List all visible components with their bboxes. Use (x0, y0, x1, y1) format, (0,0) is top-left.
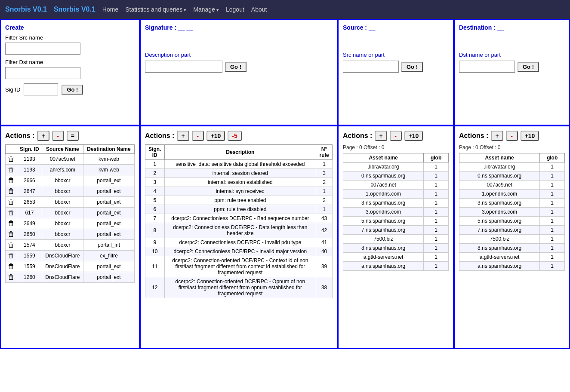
delete-icon[interactable]: 🗑 (6, 229, 17, 240)
destination-bottom-panel: Actions : + - +10 Page : 0 Offset : 0 As… (454, 126, 570, 349)
delete-icon[interactable]: 🗑 (6, 165, 17, 175)
table-row: 12 dcerpc2: Connection-oriented DCE/RPC … (145, 277, 333, 298)
table-row: 🗑 2666 bboxcr portail_ext (6, 175, 135, 186)
delete-icon[interactable]: 🗑 (6, 154, 17, 165)
nav-manage-dropdown[interactable]: Manage (193, 6, 219, 13)
list-item: 8.ns.spamhaus.org 1 (343, 244, 449, 253)
asset-name-cell: 5.ns.spamhaus.org (343, 217, 424, 226)
delete-icon[interactable]: 🗑 (6, 261, 17, 272)
sig-row-rule: 41 (316, 238, 333, 247)
delete-icon[interactable]: 🗑 (6, 240, 17, 251)
list-item: 1.opendns.com 1 (343, 190, 449, 199)
delete-icon[interactable]: 🗑 (6, 251, 17, 261)
dst-asset-name-cell: a.ns.spamhaus.org (459, 262, 540, 271)
src-add-btn[interactable]: + (375, 131, 387, 141)
table-row: 11 dcerpc2: Connection-oriented DCE/RPC … (145, 256, 333, 277)
sig-th-id: Sign. ID (145, 145, 165, 160)
sig-row-desc: dcerpc2: Connectionless DCE/RPC - Invali… (164, 238, 316, 247)
delete-icon[interactable]: 🗑 (6, 272, 17, 283)
dst-th-name: Asset name (459, 153, 540, 162)
table-row: 8 dcerpc2: Connectionless DCE/RPC - Data… (145, 223, 333, 238)
dst-asset-name-cell: 8.ns.spamhaus.org (459, 244, 540, 253)
dst-asset-name-cell: 3.opendns.com (459, 208, 540, 217)
sig-id-go-btn[interactable]: Go ! (62, 85, 83, 95)
source-go-btn[interactable]: Go ! (401, 62, 423, 72)
glob-cell: 1 (424, 217, 449, 226)
src-plus10-btn[interactable]: +10 (404, 131, 423, 141)
sig-row-rule: 40 (316, 247, 333, 256)
signature-go-btn[interactable]: Go ! (225, 62, 246, 72)
nav-stats-dropdown[interactable]: Statistics and queries (125, 6, 186, 13)
glob-cell: 1 (424, 208, 449, 217)
dst-asset-name-cell: a.gtld-servers.net (459, 253, 540, 262)
sig-remove-btn[interactable]: - (192, 131, 204, 141)
create-equal-btn[interactable]: = (67, 131, 79, 141)
sig-row-rule: 1 (316, 160, 333, 169)
src-name-cell: bboxcr (42, 186, 83, 197)
brand-link[interactable]: Snorbis V0.1 (5, 6, 47, 13)
create-actions-label: Actions : (5, 132, 34, 140)
source-name-input[interactable] (343, 61, 399, 73)
source-table: Asset name glob .libravatar.org 1 0.ns.s… (343, 153, 449, 271)
sig-row-desc: dcerpc2: Connectionless DCE/RPC - Data l… (164, 223, 316, 238)
destination-go-btn[interactable]: Go ! (518, 62, 539, 72)
sig-row-desc: sensitive_data: sensitive data global th… (164, 160, 316, 169)
sig-row-rule: 42 (316, 223, 333, 238)
sig-row-desc: dcerpc2: Connection-oriented DCE/RPC - O… (164, 277, 316, 298)
dst-glob-cell: 1 (540, 244, 565, 253)
sig-th-rule: N° rule (316, 145, 333, 160)
list-item: 1.opendns.com 1 (459, 190, 565, 199)
sig-row-rule: 43 (316, 214, 333, 223)
signature-desc-input[interactable] (145, 61, 222, 73)
destination-top-panel: Destination : __ Dst name or part Go ! (454, 19, 570, 126)
delete-icon[interactable]: 🗑 (6, 186, 17, 197)
sig-row-rule: 1 (316, 187, 333, 196)
table-row: 🗑 2653 bboxcr portail_ext (6, 197, 135, 208)
filter-dst-input[interactable] (5, 67, 80, 79)
filter-src-label: Filter Src name (5, 34, 135, 41)
filter-src-input[interactable] (5, 43, 80, 55)
table-row: 🗑 2649 bboxcr portail_ext (6, 218, 135, 229)
table-row: 6 ppm: rule tree disabled 1 (145, 205, 333, 214)
dst-glob-cell: 1 (540, 253, 565, 262)
dst-glob-cell: 1 (540, 162, 565, 172)
sig-row-id: 4 (145, 187, 165, 196)
sig-id-cell: 1574 (17, 240, 42, 251)
create-bottom-panel: Actions : + - = Sign. ID Source Name Des… (0, 126, 140, 349)
dst-add-btn[interactable]: + (491, 131, 503, 141)
sig-minus5-btn[interactable]: -5 (228, 131, 241, 141)
dst-asset-name-cell: .libravatar.org (459, 162, 540, 172)
nav-logout[interactable]: Logout (226, 6, 244, 13)
src-name-cell: DnsCloudFlare (42, 272, 83, 283)
sig-plus10-btn[interactable]: +10 (206, 131, 225, 141)
dst-plus10-btn[interactable]: +10 (521, 131, 539, 141)
create-top-panel: Create Filter Src name Filter Dst name S… (0, 19, 140, 126)
filter-dst-label: Filter Dst name (5, 59, 135, 65)
asset-name-cell: 1.opendns.com (343, 190, 424, 199)
nav-stats-btn[interactable]: Statistics and queries (125, 6, 186, 13)
create-remove-btn[interactable]: - (52, 131, 64, 141)
src-remove-btn[interactable]: - (390, 131, 402, 141)
dst-asset-name-cell: 0.ns.spamhaus.org (459, 172, 540, 181)
destination-title: Destination : __ (459, 24, 565, 31)
list-item: .libravatar.org 1 (343, 162, 449, 172)
list-item: a.gtld-servers.net 1 (343, 253, 449, 262)
list-item: 007ac9.net 1 (459, 181, 565, 190)
list-item: 7.ns.spamhaus.org 1 (459, 226, 565, 235)
delete-icon[interactable]: 🗑 (6, 197, 17, 208)
sig-row-id: 9 (145, 238, 165, 247)
sig-id-input[interactable] (24, 83, 58, 95)
delete-icon[interactable]: 🗑 (6, 175, 17, 186)
glob-cell: 1 (424, 235, 449, 244)
delete-icon[interactable]: 🗑 (6, 208, 17, 218)
sig-add-btn[interactable]: + (177, 131, 189, 141)
list-item: 7.ns.spamhaus.org 1 (343, 226, 449, 235)
dst-remove-btn[interactable]: - (506, 131, 518, 141)
destination-table: Asset name glob .libravatar.org 1 0.ns.s… (459, 153, 565, 271)
delete-icon[interactable]: 🗑 (6, 218, 17, 229)
nav-home[interactable]: Home (102, 6, 118, 13)
destination-name-input[interactable] (459, 61, 515, 73)
nav-manage-btn[interactable]: Manage (193, 6, 219, 13)
create-add-btn[interactable]: + (37, 131, 49, 141)
nav-about[interactable]: About (251, 6, 267, 13)
